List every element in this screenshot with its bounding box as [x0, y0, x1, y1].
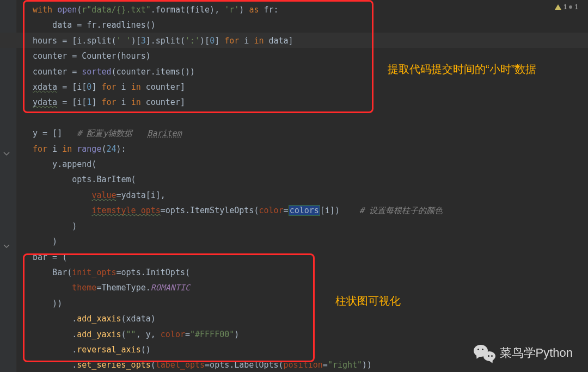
inspection-badge[interactable]: 1 1 — [555, 3, 578, 11]
watermark-text: 菜鸟学Python — [500, 345, 573, 361]
editor-gutter — [0, 0, 16, 372]
warning-count: 1 — [564, 3, 567, 11]
fold-toggle-icon[interactable] — [3, 151, 11, 158]
fold-toggle-icon[interactable] — [3, 243, 11, 251]
hint-icon — [569, 5, 572, 9]
watermark: 菜鸟学Python — [474, 344, 573, 362]
wechat-icon — [474, 344, 495, 362]
hint-count: 1 — [574, 3, 578, 11]
annotation-2: 柱状图可视化 — [335, 294, 401, 308]
code-content: with open(r"data/{}.txt".format(file), '… — [33, 2, 588, 372]
warning-icon — [555, 4, 561, 10]
code-editor[interactable]: with open(r"data/{}.txt".format(file), '… — [16, 0, 588, 372]
annotation-1: 提取代码提交时间的“小时”数据 — [388, 62, 536, 77]
